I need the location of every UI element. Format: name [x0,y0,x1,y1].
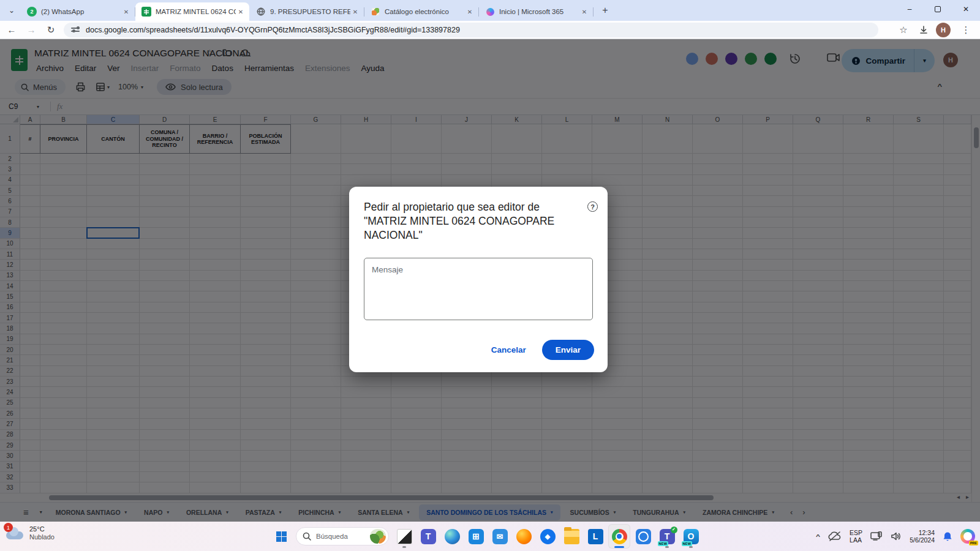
tab-title: MATRIZ MINTEL 0624 CONAG [156,8,236,15]
speaker-icon[interactable] [891,531,902,541]
tab-title: Catálogo electrónico [385,8,465,15]
weather-widget[interactable]: 1 25°C Nublado [6,525,55,541]
chrome-taskbar-icon[interactable] [608,524,630,549]
tabs-row: 2(2) WhatsApp✕MATRIZ MINTEL 0624 CONAG✕9… [21,0,594,21]
browser-profile-avatar[interactable]: H [936,23,951,37]
window-app-taskbar-icon[interactable] [393,524,415,549]
back-button[interactable]: ← [4,22,20,38]
admin-tool-taskbar-icon[interactable] [632,524,654,549]
chrome-icon [612,529,627,544]
teams-new-running-indicator [665,546,669,548]
tab-close-icon[interactable]: ✕ [121,7,131,17]
outlook-new-new-badge: NEW [682,541,693,546]
l-app-taskbar-icon[interactable]: L [584,524,606,549]
outlook-new-taskbar-icon[interactable]: ONEW [680,524,702,549]
tab-close-icon[interactable]: ✕ [579,7,589,17]
new-tab-button[interactable]: + [597,2,613,18]
cloud-weather-icon: 1 [6,527,24,539]
taskbar-search[interactable]: Búsqueda [296,527,389,545]
message-input[interactable] [364,258,593,320]
url-text: docs.google.com/spreadsheets/d/11xulvq6V… [86,26,460,34]
teams-new-new-badge: NEW [658,541,669,546]
microsoft-store-taskbar-icon[interactable]: ⊞ [465,524,487,549]
globe-favicon [256,7,266,17]
m365-favicon [485,7,495,17]
send-button[interactable]: Enviar [542,340,594,360]
teams-new-icon: TNEW✓ [660,529,675,544]
file-explorer-taskbar-icon[interactable] [560,524,582,549]
site-settings-icon[interactable] [71,26,80,34]
browser-tab[interactable]: MATRIZ MINTEL 0624 CONAG✕ [135,2,249,21]
notification-bell-icon[interactable] [943,531,952,542]
tab-close-icon[interactable]: ✕ [465,7,475,17]
teams-icon: T [421,529,436,544]
edge-icon [445,529,460,544]
bookmark-star-icon[interactable]: ☆ [895,22,911,38]
browser-tab[interactable]: 9. PRESUPUESTO REFERENCIAL✕ [250,2,364,21]
tray-chevron-up-icon[interactable]: ^ [816,533,820,540]
admin-tool-icon [636,529,651,544]
browser-menu-icon[interactable]: ⋮ [958,22,974,38]
firefox-taskbar-icon[interactable] [513,524,535,549]
browser-tab[interactable]: Catálogo electrónico✕ [364,2,478,21]
clock[interactable]: 12:34 5/6/2024 [910,529,935,544]
defender-shield-taskbar-icon[interactable]: ◆ [537,524,559,549]
windows-logo-icon [276,531,287,542]
mail-icon: ✉ [492,529,508,544]
tab-close-icon[interactable]: ✕ [350,7,360,17]
language-indicator[interactable]: ESP LAA [850,529,862,544]
teams-new-check-badge: ✓ [671,527,677,533]
notification-count-badge: 1 [4,523,13,532]
weather-temp: 25°C [29,525,55,533]
window-app-running-indicator [402,546,406,548]
browser-tabstrip: ⌄ 2(2) WhatsApp✕MATRIZ MINTEL 0624 CONAG… [0,0,980,21]
tab-close-icon[interactable]: ✕ [236,7,246,17]
outlook-new-running-indicator [689,546,693,548]
taskbar-center: Búsqueda T⊞✉◆LTNEW✓ONEW [271,522,702,551]
reload-button[interactable]: ↻ [43,22,59,38]
tab-title: Inicio | Microsoft 365 [499,8,579,15]
address-bar[interactable]: docs.google.com/spreadsheets/d/11xulvq6V… [64,23,878,37]
teams-new-taskbar-icon[interactable]: TNEW✓ [656,524,678,549]
search-daily-image [370,529,386,544]
tab-search-icon[interactable]: ⌄ [4,2,20,18]
search-icon [303,532,311,541]
maximize-button[interactable] [924,0,952,18]
search-placeholder: Búsqueda [316,533,365,540]
start-button[interactable] [271,526,292,547]
dialog-title: Pedir al propietario que sea editor de "… [364,200,578,242]
teams-taskbar-icon[interactable]: T [417,524,439,549]
cancel-button[interactable]: Cancelar [484,340,533,359]
download-icon[interactable] [919,25,929,35]
screen: ⌄ 2(2) WhatsApp✕MATRIZ MINTEL 0624 CONAG… [0,0,980,551]
outlook-new-icon: ONEW [684,529,699,544]
mail-taskbar-icon[interactable]: ✉ [489,524,511,549]
sheets-favicon [141,7,151,17]
edge-taskbar-icon[interactable] [441,524,463,549]
request-edit-dialog: Pedir al propietario que sea editor de "… [349,187,608,372]
tab-title: (2) WhatsApp [41,8,121,15]
window-app-icon [397,529,412,544]
minimize-button[interactable]: – [895,0,924,18]
onedrive-paused-icon[interactable] [828,531,842,541]
browser-tab[interactable]: 2(2) WhatsApp✕ [21,2,135,21]
help-icon[interactable]: ? [587,201,598,212]
microsoft-store-icon: ⊞ [469,529,484,544]
tab-title: 9. PRESUPUESTO REFERENCIAL [270,8,350,15]
restore-icon [935,6,941,12]
windows-taskbar: 1 25°C Nublado Búsqueda T⊞✉◆LTNEW✓ONEW ^ [0,522,980,551]
taskbar-apps: T⊞✉◆LTNEW✓ONEW [393,524,702,549]
copilot-icon[interactable]: PRE [960,529,975,544]
close-window-button[interactable]: ✕ [952,0,980,18]
chrome-running-indicator [614,546,624,548]
catalog-favicon [371,7,380,17]
browser-toolbar: ← → ↻ docs.google.com/spreadsheets/d/11x… [0,21,980,39]
browser-tab[interactable]: Inicio | Microsoft 365✕ [479,2,593,21]
network-cast-icon[interactable] [870,531,883,541]
window-controls: – ✕ [895,0,980,18]
l-app-icon: L [588,529,603,544]
whatsapp-favicon: 2 [27,7,37,17]
forward-button[interactable]: → [23,22,39,38]
file-explorer-icon [564,529,579,544]
copilot-pre-badge: PRE [969,541,978,545]
